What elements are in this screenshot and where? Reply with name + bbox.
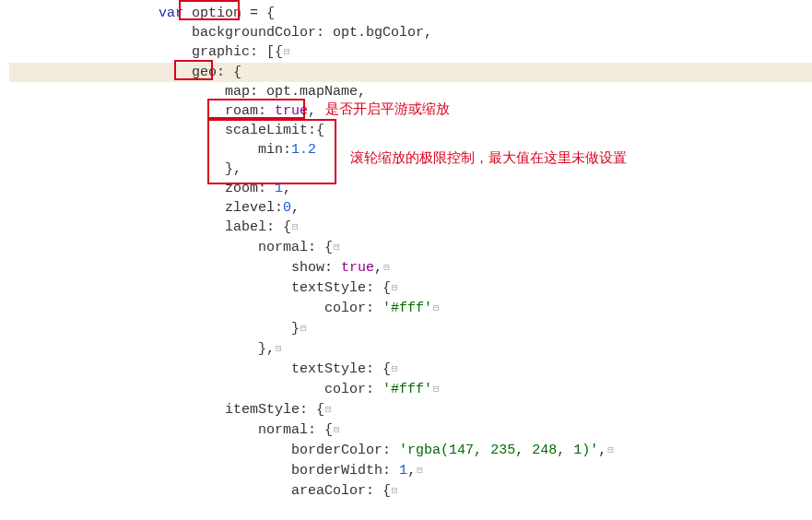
code-line: scaleLimit:{ [9,121,812,140]
keyword-var: var [159,6,192,21]
code-line-highlighted: geo: { [9,63,812,82]
key: backgroundColor [192,25,316,41]
key: zlevel [225,200,275,216]
string-literal: 'rgba(147, 235, 248, 1)' [399,443,598,458]
fold-icon[interactable]: ⊟ [391,481,399,501]
key-geo: geo [192,65,217,80]
code-line: color: '#fff'⊟ [9,299,812,319]
fold-icon[interactable]: ⊟ [606,441,615,460]
fold-icon[interactable]: ⊟ [416,461,424,480]
code-line: areaColor: {⊟ [9,481,812,502]
key: borderWidth [291,463,382,479]
code-line: roam: true, [9,101,812,121]
code-line: color: '#fff'⊟ [9,380,812,400]
code-line: },⊟ [9,339,812,360]
code-line: map: opt.mapName, [9,82,812,101]
key: normal [258,240,308,255]
key: areaColor [291,483,366,499]
fold-icon[interactable]: ⊟ [283,42,291,62]
code-line: label: {⊟ [9,218,812,238]
number-literal: 1 [275,181,283,196]
code-line: normal: {⊟ [9,238,812,258]
identifier-option: option [192,6,241,21]
key: min [258,142,283,158]
string-literal: '#fff' [382,301,432,316]
code-line: borderColor: 'rgba(147, 235, 248, 1)',⊟ [9,441,812,461]
number-literal: 0 [283,200,291,216]
code-line: zlevel:0, [9,198,812,218]
code-line: itemStyle: {⊟ [9,400,812,420]
code-line: var option = { [9,4,812,23]
fold-icon[interactable]: ⊟ [324,400,333,420]
fold-icon[interactable]: ⊟ [432,380,441,399]
key: show [291,260,324,276]
key: textStyle [291,361,366,377]
key: graphic [192,44,250,60]
code-line: normal: {⊟ [9,420,812,441]
code-line: textStyle: {⊟ [9,278,812,299]
fold-icon[interactable]: ⊟ [291,218,300,237]
code-line: min:1.2 [9,140,812,160]
fold-icon[interactable]: ⊟ [333,420,341,440]
code-line: borderWidth: 1,⊟ [9,461,812,481]
key: itemStyle [225,402,300,418]
key: label [225,219,266,235]
key: normal [258,422,308,438]
key: borderColor [291,443,382,458]
code-line: graphic: [{⊟ [9,42,812,63]
key: roam [225,103,258,119]
code-line: show: true,⊟ [9,258,812,278]
fold-icon[interactable]: ⊟ [275,339,283,359]
key: zoom [225,181,258,196]
code-line: }⊟ [9,319,812,339]
fold-icon[interactable]: ⊟ [333,238,341,257]
fold-icon[interactable]: ⊟ [391,360,399,379]
fold-icon[interactable]: ⊟ [432,299,441,318]
key: scaleLimit [225,123,308,138]
code-line: textStyle: {⊟ [9,360,812,380]
number-literal: 1 [399,463,407,479]
key: color [324,382,366,397]
code-line: backgroundColor: opt.bgColor, [9,23,812,42]
number-literal: 1.2 [291,142,316,158]
key: textStyle [291,280,366,296]
true-literal: true [341,260,374,276]
key: map [225,84,250,100]
fold-icon[interactable]: ⊟ [300,319,308,338]
code-line: zoom: 1, [9,179,812,198]
key: color [324,301,366,316]
fold-icon[interactable]: ⊟ [382,258,391,278]
code-line: }, [9,160,812,179]
string-literal: '#fff' [382,382,432,397]
code-block: var option = { backgroundColor: opt.bgCo… [0,0,812,502]
true-literal: true [275,103,308,119]
fold-icon[interactable]: ⊟ [391,278,399,298]
